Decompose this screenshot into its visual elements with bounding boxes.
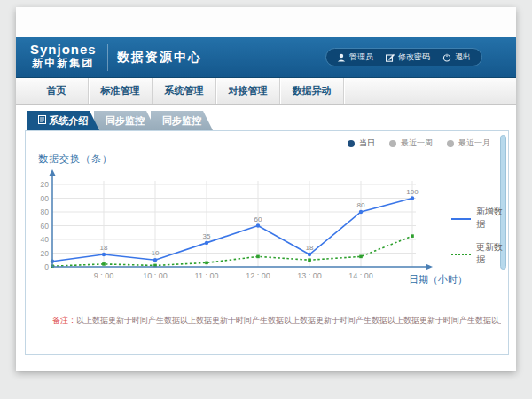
- svg-text:100: 100: [406, 188, 419, 196]
- header-divider: [107, 44, 108, 71]
- page-title: 数据资源中心: [117, 50, 202, 66]
- dotted-line-swatch: [451, 249, 471, 259]
- svg-text:18: 18: [306, 244, 314, 252]
- nav-item-system-mgmt[interactable]: 系统管理: [153, 78, 216, 104]
- svg-text:100: 100: [40, 194, 49, 203]
- time-range-filter: 当日 最近一周 最近一月: [348, 137, 490, 149]
- footnote-body: 以上数据更新于时间产生数据以上数据更新于时间产生数据以上数据更新于时间产生数据以…: [76, 316, 501, 325]
- top-strip: [16, 7, 516, 37]
- svg-text:14 : 00: 14 : 00: [348, 271, 373, 280]
- legend-label: 新增数据: [476, 206, 508, 231]
- tab-sync-monitor-2[interactable]: 同步监控: [151, 111, 213, 130]
- svg-text:80: 80: [41, 207, 50, 216]
- svg-text:13 : 00: 13 : 00: [297, 271, 322, 280]
- legend-item-update-data[interactable]: 更新数据: [451, 241, 508, 266]
- nav-item-standard-mgmt[interactable]: 标准管理: [89, 78, 153, 104]
- logout-label: 退出: [455, 51, 471, 63]
- svg-text:35: 35: [203, 232, 211, 240]
- legend-item-new-data[interactable]: 新增数据: [451, 206, 508, 231]
- radio-dot: [348, 140, 355, 147]
- radio-dot: [389, 140, 396, 147]
- svg-text:10: 10: [152, 249, 160, 257]
- power-icon: [442, 53, 451, 62]
- current-user[interactable]: 管理员: [337, 51, 373, 63]
- radio-today[interactable]: 当日: [348, 137, 375, 149]
- svg-text:0: 0: [44, 262, 49, 271]
- nav-item-home[interactable]: 首页: [25, 78, 89, 104]
- change-password-label: 修改密码: [398, 51, 430, 63]
- user-bar: 管理员 修改密码 退出: [325, 48, 482, 66]
- svg-text:80: 80: [357, 201, 365, 209]
- radio-last-week[interactable]: 最近一周: [389, 137, 433, 149]
- x-axis-title: 日期（小时）: [409, 273, 467, 286]
- svg-text:10 : 00: 10 : 00: [143, 271, 168, 280]
- svg-text:120: 120: [40, 180, 49, 189]
- svg-text:60: 60: [254, 215, 262, 223]
- svg-text:20: 20: [41, 249, 50, 258]
- svg-text:40: 40: [41, 235, 50, 244]
- nav-item-data-change[interactable]: 数据异动: [280, 78, 344, 104]
- radio-label: 当日: [359, 137, 375, 149]
- change-password-button[interactable]: 修改密码: [386, 51, 430, 63]
- edit-icon: [386, 53, 395, 62]
- app-window: Synjones 新中新集团 数据资源中心 管理员 修改密码: [16, 7, 516, 371]
- radio-label: 最近一月: [458, 137, 490, 149]
- chart-legend: 新增数据 更新数据: [451, 206, 508, 266]
- tab-label: 同步监控: [106, 114, 145, 128]
- footnote-prefix: 备注：: [52, 316, 76, 325]
- brand-logo[interactable]: Synjones 新中新集团: [30, 42, 97, 69]
- tab-sync-monitor-1[interactable]: 同步监控: [94, 111, 156, 130]
- radio-last-month[interactable]: 最近一月: [447, 137, 490, 149]
- content-card: 当日 最近一周 最近一月 数据交换（条） 0204060801001209 : …: [25, 130, 509, 355]
- user-icon: [337, 53, 346, 62]
- radio-label: 最近一周: [401, 137, 433, 149]
- y-axis-title: 数据交换（条）: [38, 153, 113, 166]
- svg-text:12 : 00: 12 : 00: [246, 271, 270, 280]
- tab-system-intro[interactable]: 系统介绍: [27, 111, 99, 130]
- svg-text:11 : 00: 11 : 00: [195, 271, 219, 280]
- tab-label: 同步监控: [162, 114, 201, 128]
- footnote: 备注：以上数据更新于时间产生数据以上数据更新于时间产生数据以上数据更新于时间产生…: [52, 315, 501, 326]
- svg-text:18: 18: [100, 244, 108, 252]
- solid-line-swatch: [451, 214, 471, 223]
- brand-logo-cn: 新中新集团: [30, 57, 97, 69]
- current-user-label: 管理员: [349, 51, 373, 63]
- main-nav: 首页 标准管理 系统管理 对接管理 数据异动: [16, 78, 516, 105]
- tab-label: 系统介绍: [50, 114, 89, 128]
- app-header: Synjones 新中新集团 数据资源中心 管理员 修改密码: [16, 37, 516, 78]
- legend-label: 更新数据: [476, 241, 508, 266]
- tab-bar: 系统介绍 同步监控 同步监控: [27, 111, 213, 130]
- document-icon: [38, 115, 46, 126]
- brand-logo-en: Synjones: [30, 42, 97, 57]
- nav-item-interface-mgmt[interactable]: 对接管理: [216, 78, 280, 104]
- logout-button[interactable]: 退出: [442, 51, 471, 63]
- radio-dot: [447, 140, 454, 147]
- svg-text:60: 60: [41, 222, 50, 231]
- svg-text:9 : 00: 9 : 00: [94, 271, 114, 280]
